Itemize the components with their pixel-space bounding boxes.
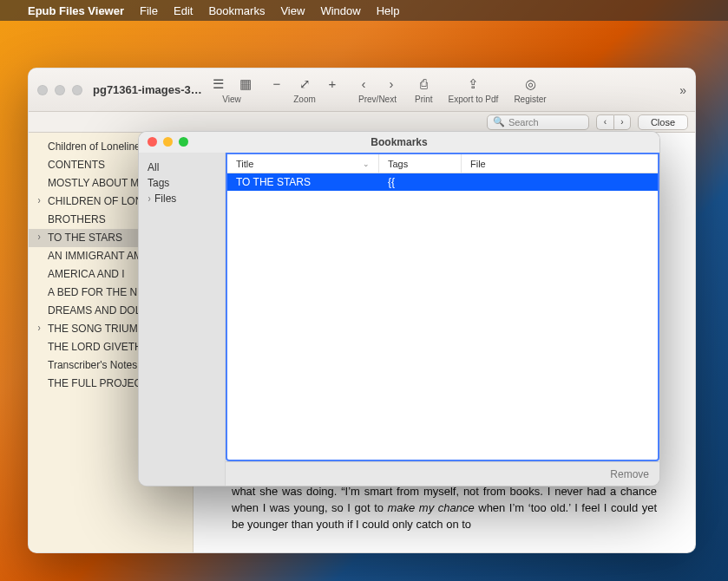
menu-bookmarks[interactable]: Bookmarks	[208, 4, 265, 17]
bookmarks-zoom-icon[interactable]	[179, 137, 188, 147]
bookmark-row-tags: {{	[379, 176, 462, 188]
bookmarks-window: Bookmarks All Tags Files Title ⌄ Tags Fi…	[138, 131, 660, 486]
grid-view-icon[interactable]: ▦	[238, 76, 253, 92]
bookmarks-row[interactable]: TO THE STARS {{	[227, 173, 658, 191]
search-nav: ‹ ›	[596, 114, 631, 130]
print-icon[interactable]: ⎙	[416, 76, 431, 92]
search-input[interactable]: 🔍 Search	[487, 114, 589, 130]
secondary-toolbar: 🔍 Search ‹ › Close	[29, 112, 695, 133]
titlebar: pg71361-images-3… ☰ ▦ View − ⤢ + Zoom ‹ …	[29, 69, 695, 112]
zoom-out-icon[interactable]: −	[269, 76, 285, 92]
export-icon[interactable]: ⇪	[465, 76, 481, 92]
prev-page-icon[interactable]: ‹	[356, 76, 371, 92]
window-minimize-icon[interactable]	[55, 85, 65, 95]
window-zoom-icon[interactable]	[72, 85, 82, 95]
column-header-title[interactable]: Title ⌄	[227, 154, 379, 173]
bookmarks-filter-all[interactable]: All	[148, 160, 216, 175]
toolbar-export-group: ⇪ Export to Pdf	[449, 76, 499, 104]
remove-button[interactable]: Remove	[610, 468, 649, 480]
bookmarks-title: Bookmarks	[371, 136, 427, 148]
next-page-icon[interactable]: ›	[384, 76, 399, 92]
macos-menubar: Epub Files Viewer File Edit Bookmarks Vi…	[0, 0, 728, 21]
toolbar-register-group: ◎ Register	[514, 76, 546, 104]
zoom-in-icon[interactable]: +	[325, 76, 340, 92]
search-next-button[interactable]: ›	[613, 114, 631, 130]
toolbar-prevnext-group: ‹ › Prev/Next	[356, 76, 399, 104]
bookmarks-filter-tags[interactable]: Tags	[148, 175, 216, 191]
bookmarks-footer: Remove	[226, 461, 659, 486]
search-icon: 🔍	[493, 116, 505, 127]
bookmark-row-title: TO THE STARS	[227, 176, 379, 188]
search-prev-button[interactable]: ‹	[596, 114, 613, 130]
bookmarks-filter-files[interactable]: Files	[148, 191, 216, 206]
search-placeholder: Search	[508, 117, 539, 127]
column-header-tags[interactable]: Tags	[379, 154, 462, 173]
menu-file[interactable]: File	[140, 4, 158, 17]
toolbar-print-label: Print	[415, 95, 433, 104]
menu-view[interactable]: View	[280, 4, 305, 17]
list-view-icon[interactable]: ☰	[210, 76, 226, 92]
toolbar-zoom-label: Zoom	[293, 95, 316, 104]
toolbar-print-group: ⎙ Print	[415, 76, 433, 104]
close-button[interactable]: Close	[638, 114, 688, 130]
bookmarks-table: Title ⌄ Tags File TO THE STARS {{	[226, 153, 659, 461]
toolbar-zoom-group: − ⤢ + Zoom	[269, 76, 340, 104]
register-icon[interactable]: ◎	[522, 76, 538, 92]
toolbar-prevnext-label: Prev/Next	[358, 95, 397, 104]
bookmarks-close-icon[interactable]	[148, 137, 157, 147]
toolbar-register-label: Register	[514, 95, 546, 104]
bookmarks-table-header: Title ⌄ Tags File	[227, 154, 658, 173]
bookmarks-titlebar: Bookmarks	[139, 132, 659, 153]
toolbar-view-group: ☰ ▦ View	[210, 76, 253, 104]
sort-indicator-icon: ⌄	[363, 160, 370, 168]
window-close-icon[interactable]	[37, 85, 48, 95]
menubar-app-name[interactable]: Epub Files Viewer	[28, 4, 124, 17]
window-title: pg71361-images-3…	[93, 83, 210, 96]
bookmarks-minimize-icon[interactable]	[163, 137, 173, 147]
toolbar-overflow-icon[interactable]: »	[679, 83, 686, 97]
zoom-fit-icon[interactable]: ⤢	[297, 76, 312, 92]
menu-help[interactable]: Help	[377, 4, 400, 17]
column-header-file[interactable]: File	[462, 154, 658, 173]
window-controls	[37, 85, 82, 95]
toolbar-export-label: Export to Pdf	[449, 95, 499, 104]
bookmarks-sidebar: All Tags Files	[139, 153, 226, 486]
toolbar-view-label: View	[222, 95, 241, 104]
menu-edit[interactable]: Edit	[174, 4, 193, 17]
menu-window[interactable]: Window	[320, 4, 360, 17]
